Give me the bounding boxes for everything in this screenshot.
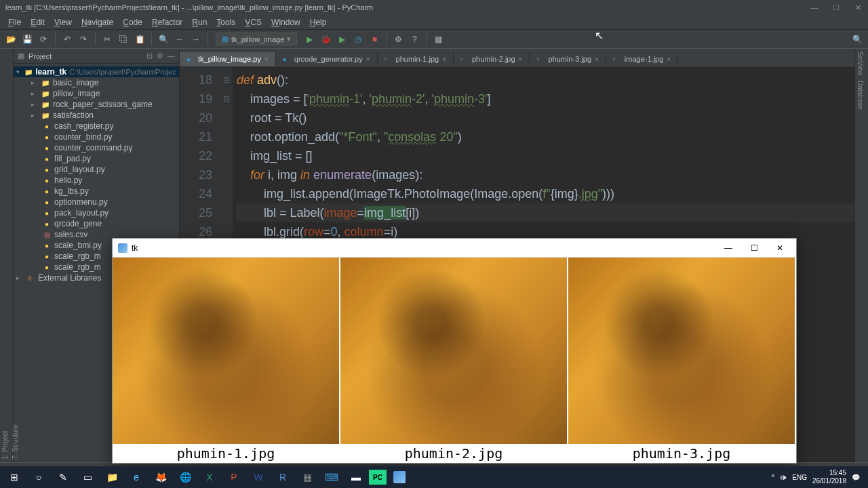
help-icon[interactable]: ? [408, 33, 421, 46]
tree-file[interactable]: ●pack_layout.py [14, 207, 179, 218]
close-icon[interactable]: ✕ [853, 3, 863, 12]
vscode-icon[interactable]: ⌨ [320, 468, 343, 487]
collapse-icon[interactable]: ⊟ [146, 52, 153, 60]
tree-folder[interactable]: ▸📁rock_paper_scissors_game [14, 99, 179, 110]
tk-title-bar[interactable]: tk — ☐ ✕ [113, 239, 796, 258]
run-config-selector[interactable]: ▦ tk_pillow_image ▾ [216, 33, 297, 45]
excel-icon[interactable]: X [198, 468, 221, 487]
word-icon[interactable]: W [247, 468, 270, 487]
menu-help[interactable]: Help [306, 16, 331, 28]
stop-icon[interactable]: ■ [368, 33, 381, 46]
menu-code[interactable]: Code [119, 16, 146, 28]
menu-navigate[interactable]: Navigate [77, 16, 117, 28]
tray-clock[interactable]: 15:45 26/01/2018 [812, 469, 846, 485]
back-icon[interactable]: ← [173, 33, 186, 46]
tree-file[interactable]: ●optionmenu.py [14, 197, 179, 207]
save-icon[interactable]: 💾 [20, 33, 34, 46]
tk-image-label: phumin-2.jpg [340, 444, 567, 463]
refresh-icon[interactable]: ⟳ [37, 33, 50, 46]
find-icon[interactable]: 🔍 [157, 33, 170, 46]
tk-image [568, 258, 795, 444]
editor-tab[interactable]: ●tk_pillow_image.py× [180, 52, 276, 66]
editor-tab[interactable]: ▫phumin-3.jpg× [530, 52, 606, 66]
tree-file[interactable]: ●counter_command.py [14, 142, 179, 153]
menu-run[interactable]: Run [188, 16, 211, 28]
tray-up-icon[interactable]: ^ [772, 474, 775, 481]
tool-project-tab[interactable]: 1: Project [0, 52, 10, 462]
right-tool-gutter: SciView Database [854, 49, 868, 462]
cmd-icon[interactable]: ▬ [344, 468, 368, 487]
firefox-icon[interactable]: 🦊 [149, 468, 172, 487]
paste-icon[interactable]: 📋 [133, 33, 146, 46]
tk-image-column: phumin-3.jpg [568, 258, 796, 463]
run-icon[interactable]: ▶ [302, 33, 316, 46]
tk-taskbar-icon[interactable] [388, 468, 411, 487]
undo-icon[interactable]: ↶ [60, 33, 74, 46]
tray-network-icon[interactable]: 🕪 [780, 474, 787, 481]
tree-folder[interactable]: ▸📁basic_image [14, 77, 179, 88]
tool-structure-tab[interactable]: 7: Structure [10, 52, 20, 462]
editor-tab[interactable]: ▫phumin-1.jpg× [378, 52, 454, 66]
tree-root[interactable]: ▾📁learn_tk C:\Users\prasert\PycharmProje… [14, 66, 179, 77]
tree-folder[interactable]: ▸📁satisfaction [14, 110, 179, 121]
minimize-icon[interactable]: — [810, 3, 819, 12]
tk-close-icon[interactable]: ✕ [769, 241, 791, 256]
copy-icon[interactable]: ⿻ [117, 33, 130, 46]
redo-icon[interactable]: ↷ [77, 33, 90, 46]
tree-file[interactable]: ●grid_layout.py [14, 164, 179, 175]
tree-file[interactable]: ●hello.py [14, 175, 179, 186]
menu-window[interactable]: Window [267, 16, 304, 28]
pycharm-icon[interactable]: PC [369, 470, 387, 485]
tk-minimize-icon[interactable]: — [717, 241, 739, 256]
coverage-icon[interactable]: ▶̣ [335, 33, 349, 46]
menu-refactor[interactable]: Refactor [148, 16, 186, 28]
profile-icon[interactable]: ◷ [351, 33, 365, 46]
tk-image-column: phumin-1.jpg [113, 258, 340, 463]
maximize-icon[interactable]: ☐ [831, 3, 841, 12]
database-tab[interactable]: Database [855, 78, 865, 113]
toolbar: 📂 💾 ⟳ ↶ ↷ ✂ ⿻ 📋 🔍 ← → ▦ tk_pillow_image … [0, 30, 868, 49]
tray-lang[interactable]: ENG [792, 474, 807, 481]
tree-file[interactable]: ●kg_lbs.py [14, 186, 179, 197]
editor-tab[interactable]: ▫image-1.jpg× [606, 52, 678, 66]
chrome-icon[interactable]: 🌐 [174, 468, 197, 487]
menu-view[interactable]: View [50, 16, 76, 28]
tree-file[interactable]: ●counter_bind.py [14, 131, 179, 142]
powerpoint-icon[interactable]: P [222, 468, 245, 487]
menu-edit[interactable]: Edit [26, 16, 49, 28]
windows-taskbar: ⊞ ○ ✎ ▭ 📁 e 🦊 🌐 X P W R ▦ ⌨ ▬ PC ^ 🕪 ENG… [0, 466, 868, 488]
explorer-icon[interactable]: 📁 [100, 468, 123, 487]
taskbar-app-icon[interactable]: ▦ [296, 468, 319, 487]
pen-icon[interactable]: ✎ [52, 468, 75, 487]
notification-icon[interactable]: 💬 [852, 474, 860, 481]
menu-file[interactable]: File [4, 16, 25, 28]
search-everywhere-icon[interactable]: 🔍 [850, 33, 864, 46]
tk-image-label: phumin-3.jpg [568, 444, 795, 463]
cut-icon[interactable]: ✂ [100, 33, 114, 46]
sciview-tab[interactable]: SciView [855, 49, 865, 78]
tree-file[interactable]: ●fill_pad.py [14, 153, 179, 164]
open-icon[interactable]: 📂 [4, 33, 18, 46]
edge-icon[interactable]: e [125, 468, 148, 487]
editor-tab[interactable]: ▫phumin-2.jpg× [454, 52, 530, 66]
debug-icon[interactable]: 🐞 [319, 33, 332, 46]
tk-maximize-icon[interactable]: ☐ [743, 241, 765, 256]
window-title-bar: learn_tk [C:\Users\prasert\PycharmProjec… [0, 0, 868, 15]
cortana-icon[interactable]: ○ [27, 468, 50, 487]
vcs-icon[interactable]: ⚙ [391, 33, 405, 46]
window-title: learn_tk [C:\Users\prasert\PycharmProjec… [5, 3, 373, 12]
start-button[interactable]: ⊞ [3, 468, 26, 487]
menu-vcs[interactable]: VCS [241, 16, 266, 28]
tree-file[interactable]: ●qrcode_gene [14, 218, 179, 229]
tree-folder[interactable]: ▸📁pillow_image [14, 88, 179, 99]
forward-icon[interactable]: → [189, 33, 203, 46]
structure-icon[interactable]: ▦ [431, 33, 445, 46]
r-icon[interactable]: R [271, 468, 294, 487]
menu-tools[interactable]: Tools [212, 16, 239, 28]
hide-icon[interactable]: — [167, 52, 175, 60]
gear-icon[interactable]: ⚙ [157, 52, 163, 60]
editor-tab[interactable]: ●qrcode_generator.py× [276, 52, 378, 66]
tree-file[interactable]: ●cash_register.py [14, 121, 179, 131]
taskview-icon[interactable]: ▭ [76, 468, 99, 487]
tk-feather-icon [118, 243, 127, 253]
